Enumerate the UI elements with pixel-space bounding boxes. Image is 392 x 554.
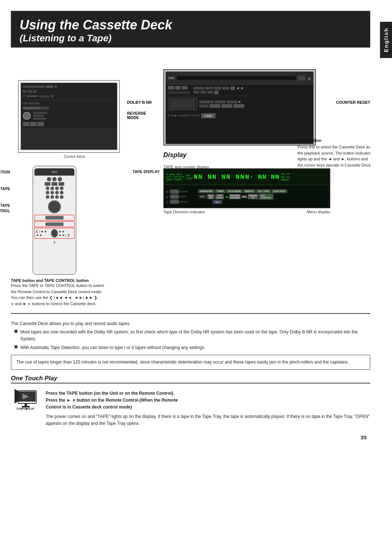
menu-display-label: Menu display xyxy=(307,210,330,214)
dolby-b-nr-label: DOLBY B NR xyxy=(127,100,152,104)
tape-counter-display: TA NEWS INFO R-D·S E/M AUTO TUNED STEREO… xyxy=(163,168,330,208)
section-divider xyxy=(11,313,370,314)
bullet-icon xyxy=(15,330,17,333)
bullet-item-1: Most tapes are now recorded with the Dol… xyxy=(11,329,370,342)
reverse-mode-label: REVERSEMODE xyxy=(127,111,146,120)
page-title: Using the Cassette Deck xyxy=(20,17,362,33)
page-number: 35 xyxy=(11,434,367,440)
english-tab: English xyxy=(380,22,392,58)
warning-box: The use of tapes longer than 120 minutes… xyxy=(11,355,370,370)
one-touch-title: One Touch Play xyxy=(11,375,191,383)
tape-direction-label: TAPE DIRECTION TAPE TAPECONTROL xyxy=(0,169,10,214)
remote-diagram: JVC xyxy=(33,166,76,275)
compu-play-logo: COMPU▶PLAY xyxy=(11,387,40,409)
one-touch-section: One Touch Play xyxy=(11,375,370,427)
bullet-item-2: With Automatic Tape Detection, you can l… xyxy=(11,344,370,351)
svg-rect-4 xyxy=(25,403,27,406)
main-content: Tape Tray 32 xyxy=(11,48,370,444)
unit-diagram: 32 VOLUME xyxy=(18,80,120,153)
bullet-icon-2 xyxy=(15,345,17,348)
deck-diagram: JVC ▲ xyxy=(163,69,316,145)
one-touch-body: Press the TAPE button (on the Unit or on… xyxy=(46,390,370,427)
header-section: Using the Cassette Deck (Listening to a … xyxy=(11,11,370,48)
page-subtitle: (Listening to a Tape) xyxy=(20,33,362,44)
text-intro: The Cassette Deck allows you to play and… xyxy=(11,320,370,351)
cursor-keys-label: Cursor keys xyxy=(25,154,123,159)
counter-reset-label: COUNTER RESET xyxy=(336,100,370,104)
tape-direction-indicator-label: Tape Direction indicator xyxy=(163,210,205,214)
tape-control-annotation: TAPE button and TAPE CONTROL button Pres… xyxy=(11,278,123,307)
